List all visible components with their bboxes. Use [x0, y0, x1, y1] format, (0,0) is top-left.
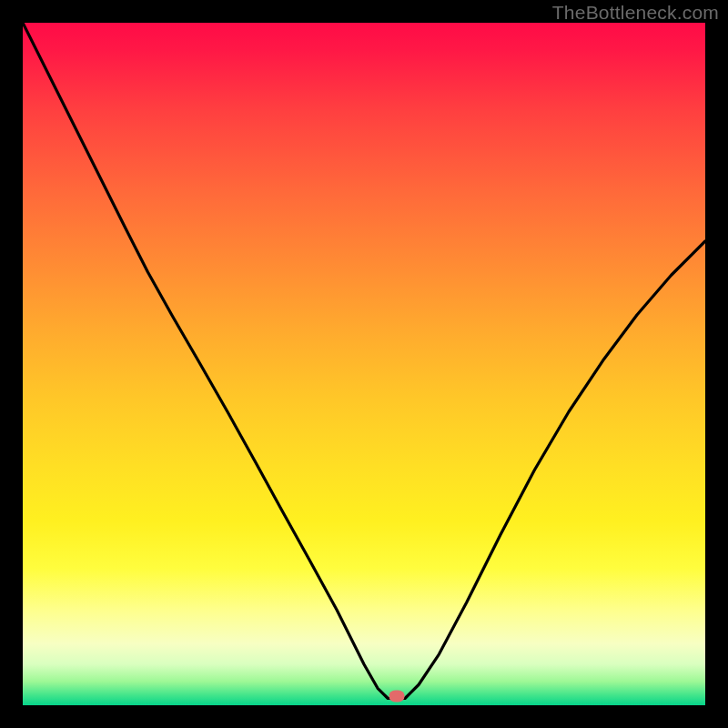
plot-area: [23, 23, 705, 705]
chart-frame: TheBottleneck.com: [0, 0, 728, 728]
bottleneck-curve: [23, 23, 705, 699]
curve-layer: [23, 23, 705, 705]
optimal-point-marker: [389, 690, 405, 702]
watermark-text: TheBottleneck.com: [552, 2, 719, 24]
